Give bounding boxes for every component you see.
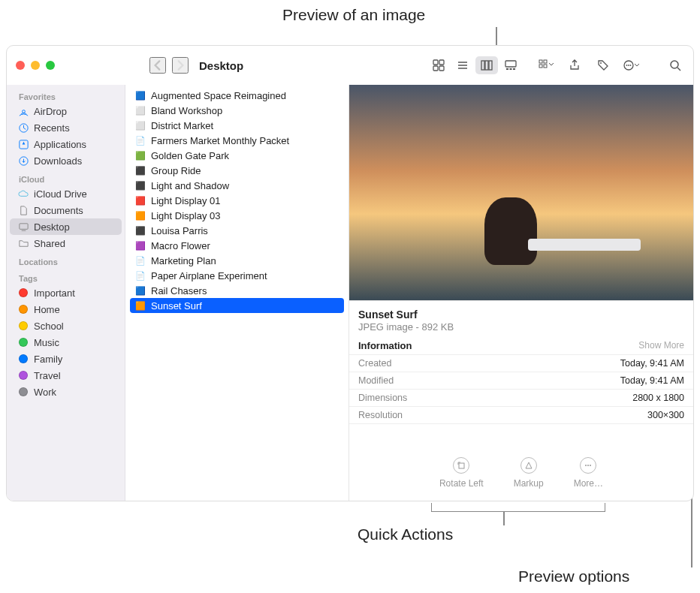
file-thumbnail-icon: 🟪: [134, 239, 146, 251]
file-row[interactable]: ⬜Bland Workshop: [130, 103, 344, 118]
svg-rect-12: [510, 68, 512, 70]
view-icon-grid[interactable]: [427, 56, 450, 74]
file-row[interactable]: 📄Paper Airplane Experiment: [130, 268, 344, 283]
svg-rect-0: [433, 60, 438, 65]
file-thumbnail-icon: ⬛: [134, 164, 146, 176]
file-row[interactable]: 🟪Macro Flower: [130, 238, 344, 253]
finder-window: Desktop Favorites AirDrop Recents Applic…: [6, 45, 694, 501]
sidebar-tag-school[interactable]: School: [10, 318, 122, 334]
file-row[interactable]: 🟦Augmented Space Reimagined: [130, 88, 344, 103]
sidebar-item-label: iCloud Drive: [34, 188, 87, 200]
qa-label: Markup: [514, 478, 544, 489]
sidebar-tag-family[interactable]: Family: [10, 351, 122, 367]
svg-rect-15: [544, 60, 547, 63]
sidebar-tag-important[interactable]: Important: [10, 284, 122, 301]
file-row[interactable]: 🟩Golden Gate Park: [130, 148, 344, 163]
view-columns[interactable]: [475, 56, 498, 74]
info-row: CreatedToday, 9:41 AM: [349, 355, 693, 372]
search-button[interactable]: [666, 56, 684, 74]
svg-rect-13: [513, 68, 515, 70]
sidebar-item-label: Work: [34, 387, 56, 398]
sidebar-item-airdrop[interactable]: AirDrop: [10, 103, 122, 119]
preview-pane: Sunset Surf JPEG image - 892 KB Informat…: [349, 85, 693, 501]
svg-point-25: [22, 110, 25, 113]
svg-point-34: [590, 465, 591, 466]
file-thumbnail-icon: ⬛: [134, 224, 146, 236]
file-row[interactable]: ⬛Light and Shadow: [130, 178, 344, 193]
file-thumbnail-icon: ⬜: [134, 104, 146, 116]
preview-subtitle: JPEG image - 892 KB: [349, 321, 693, 337]
svg-rect-17: [544, 65, 547, 68]
sidebar-item-icloud-drive[interactable]: iCloud Drive: [10, 185, 122, 202]
sidebar-group-favorites: Favorites: [10, 86, 122, 103]
sidebar-item-desktop[interactable]: Desktop: [10, 218, 122, 235]
view-list[interactable]: [451, 56, 474, 74]
info-row: Dimensions2800 x 1800: [349, 390, 693, 407]
file-row[interactable]: 🟧Sunset Surf: [130, 298, 344, 313]
callout-previewoptions-label: Preview options: [518, 567, 629, 585]
info-row: ModifiedToday, 9:41 AM: [349, 372, 693, 390]
svg-line-24: [677, 68, 680, 71]
svg-point-33: [587, 465, 589, 466]
sidebar-tag-home[interactable]: Home: [10, 301, 122, 318]
info-key: Resolution: [358, 410, 403, 420]
location-title: Desktop: [199, 59, 243, 72]
file-thumbnail-icon: 🟦: [134, 89, 146, 101]
rotate-icon: [453, 457, 469, 474]
sidebar-group-locations: Locations: [10, 251, 122, 268]
info-value: 2800 x 1800: [632, 393, 684, 403]
sidebar-item-downloads[interactable]: Downloads: [10, 152, 122, 169]
markup-button[interactable]: Markup: [514, 457, 544, 489]
file-row[interactable]: ⬛Group Ride: [130, 163, 344, 178]
file-row[interactable]: 🟦Rail Chasers: [130, 283, 344, 298]
file-name: Sunset Surf: [151, 300, 202, 312]
action-menu-button[interactable]: [623, 56, 641, 74]
sidebar-item-label: Downloads: [34, 155, 82, 167]
file-thumbnail-icon: 🟧: [134, 209, 146, 221]
sidebar-item-label: Music: [34, 337, 59, 348]
view-gallery[interactable]: [499, 56, 522, 74]
info-row: Resolution300×300: [349, 407, 693, 424]
sidebar-tag-music[interactable]: Music: [10, 334, 122, 351]
file-thumbnail-icon: 📄: [134, 269, 146, 281]
share-button[interactable]: [566, 56, 584, 74]
qa-label: More…: [574, 478, 603, 489]
file-row[interactable]: 🟥Light Display 01: [130, 193, 344, 208]
sidebar-item-documents[interactable]: Documents: [10, 202, 122, 218]
minimize-button[interactable]: [31, 61, 40, 70]
file-thumbnail-icon: ⬜: [134, 119, 146, 131]
sidebar-tag-travel[interactable]: Travel: [10, 367, 122, 384]
close-button[interactable]: [16, 61, 25, 70]
tags-button[interactable]: [594, 56, 612, 74]
sidebar-item-label: Home: [34, 304, 60, 315]
sidebar-item-label: School: [34, 321, 64, 332]
forward-button[interactable]: [172, 57, 189, 74]
more-button[interactable]: More…: [574, 457, 603, 489]
file-row[interactable]: 📄Farmers Market Monthly Packet: [130, 133, 344, 148]
view-switcher: [426, 55, 523, 76]
apps-icon: [17, 138, 29, 150]
file-row[interactable]: ⬜District Market: [130, 118, 344, 133]
sidebar-item-shared[interactable]: Shared: [10, 235, 122, 251]
group-by-button[interactable]: [537, 56, 555, 74]
svg-rect-29: [19, 223, 27, 229]
sidebar-tag-work[interactable]: Work: [10, 384, 122, 400]
sidebar-item-applications[interactable]: Applications: [10, 136, 122, 152]
toolbar: Desktop: [7, 46, 693, 85]
svg-rect-3: [439, 66, 444, 71]
rotate-left-button[interactable]: Rotate Left: [439, 457, 484, 489]
back-button[interactable]: [149, 57, 166, 74]
sidebar-item-label: Applications: [34, 139, 86, 150]
file-name: Light Display 03: [151, 210, 221, 221]
svg-rect-31: [459, 463, 464, 468]
sidebar-item-recents[interactable]: Recents: [10, 119, 122, 136]
svg-point-22: [630, 65, 632, 66]
preview-title: Sunset Surf: [349, 301, 693, 321]
preview-info-header: Information Show More: [349, 337, 693, 355]
show-more-button[interactable]: Show More: [638, 340, 684, 351]
file-row[interactable]: 📄Marketing Plan: [130, 253, 344, 268]
file-row[interactable]: ⬛Louisa Parris: [130, 223, 344, 238]
file-row[interactable]: 🟧Light Display 03: [130, 208, 344, 223]
maximize-button[interactable]: [46, 61, 55, 70]
callout-quickactions-label: Quick Actions: [358, 525, 453, 543]
